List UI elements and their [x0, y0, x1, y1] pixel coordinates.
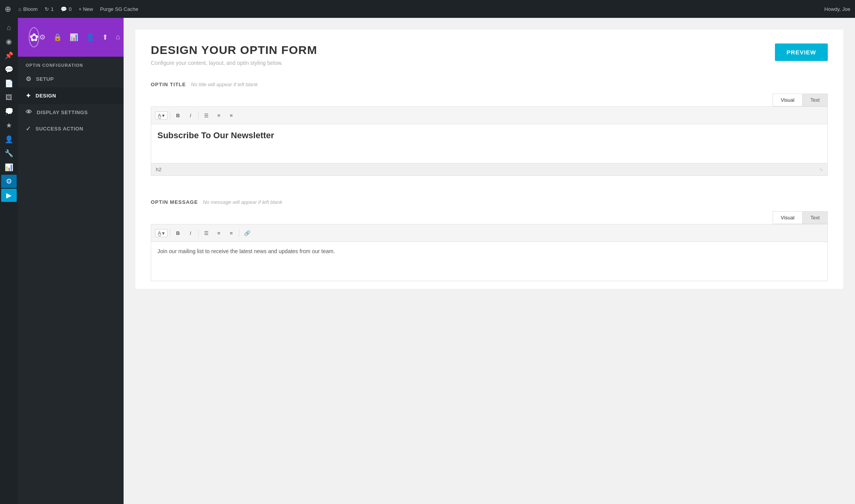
sidebar-item-pages[interactable]: 📄	[1, 77, 17, 90]
plugin-nav: OPTIN CONFIGURATION ⚙ SETUP ✦ DESIGN 👁 D…	[18, 57, 124, 504]
settings-icon[interactable]: ⚙	[39, 33, 45, 42]
optin-title-toolbar: A̲ ▾ B I ☰ ≡ ≡	[151, 107, 827, 124]
preview-button[interactable]: PREVIEW	[775, 43, 828, 61]
updates-link[interactable]: ↻ 1	[45, 6, 54, 12]
sidebar-item-play[interactable]: ▶	[1, 189, 17, 202]
align-left-button-message[interactable]: ☰	[201, 228, 212, 238]
align-center-button-title[interactable]: ≡	[213, 110, 224, 121]
toolbar-separator-5	[239, 229, 239, 237]
wp-logo-icon[interactable]: ⊕	[5, 4, 11, 14]
tab-text-title[interactable]: Text	[802, 94, 828, 106]
home-icon: ⌂	[18, 6, 21, 12]
page-header-text: DESIGN YOUR OPTIN FORM Configure your co…	[151, 43, 317, 66]
optin-title-label: OPTIN TITLE No title will appear if left…	[151, 82, 828, 87]
toolbar-separator-3	[170, 229, 170, 237]
site-name-link[interactable]: ⌂ Bloom	[18, 6, 38, 12]
content-card: DESIGN YOUR OPTIN FORM Configure your co…	[135, 30, 843, 289]
optin-title-body[interactable]: Subscribe To Our Newsletter	[151, 124, 827, 163]
sidebar-item-tools[interactable]: 🔧	[1, 147, 17, 160]
admin-bar: ⊕ ⌂ Bloom ↻ 1 💬 0 + New Purge SG Cache H…	[0, 0, 855, 18]
toolbar-separator-4	[198, 229, 199, 237]
nav-label-display-settings: DISPLAY SETTINGS	[37, 109, 88, 115]
sidebar-item-speech[interactable]: 💭	[1, 105, 17, 118]
nav-item-display-settings[interactable]: 👁 DISPLAY SETTINGS	[18, 104, 124, 120]
page-subtitle: Configure your content, layout, and opti…	[151, 60, 317, 66]
lock-icon[interactable]: 🔒	[53, 33, 62, 42]
home-icon[interactable]: ⌂	[116, 33, 120, 42]
sidebar-item-user[interactable]: 👤	[1, 133, 17, 146]
sidebar-item-comments[interactable]: 💬	[1, 63, 17, 76]
bloom-logo-icon: ✿	[30, 31, 38, 44]
sidebar-item-settings[interactable]: ⚙	[1, 175, 17, 188]
optin-message-tabs: Visual Text	[151, 211, 828, 224]
bold-button-title[interactable]: B	[173, 110, 183, 121]
dropdown-arrow-icon: ▾	[162, 113, 165, 118]
format-a-icon: A̲	[158, 113, 161, 118]
upload-icon[interactable]: ⬆	[102, 33, 108, 42]
optin-message-section: OPTIN MESSAGE No message will appear if …	[135, 191, 843, 289]
nav-label-setup: SETUP	[36, 76, 54, 82]
nav-label-design: DESIGN	[36, 93, 56, 99]
page-header: DESIGN YOUR OPTIN FORM Configure your co…	[135, 30, 843, 74]
optin-title-hint: No title will appear if left blank	[191, 82, 258, 87]
align-left-button-title[interactable]: ☰	[201, 110, 212, 121]
align-right-button-message[interactable]: ≡	[226, 228, 237, 238]
toolbar-separator-1	[170, 111, 170, 119]
howdy-text: Howdy, Joe	[824, 6, 850, 12]
optin-message-editor: A̲ ▾ B I ☰ ≡ ≡ 🔗 Join our m	[151, 224, 828, 281]
design-icon: ✦	[26, 92, 31, 99]
success-icon: ✓	[26, 125, 31, 132]
plugin-sidebar: ✿ ⚙ 🔒 📊 👤 ⬆ ⌂ OPTIN CONFIGURATION ⚙ SETU…	[18, 18, 124, 504]
format-dropdown-title[interactable]: A̲ ▾	[155, 111, 168, 120]
resize-handle-icon[interactable]: ⤡	[820, 167, 823, 172]
optin-message-toolbar: A̲ ▾ B I ☰ ≡ ≡ 🔗	[151, 224, 827, 242]
nav-item-setup[interactable]: ⚙ SETUP	[18, 71, 124, 87]
page-title: DESIGN YOUR OPTIN FORM	[151, 43, 317, 57]
optin-title-text: Subscribe To Our Newsletter	[157, 130, 821, 141]
optin-message-body[interactable]: Join our mailing list to receive the lat…	[151, 242, 827, 281]
nav-item-success-action[interactable]: ✓ SUCCESS ACTION	[18, 120, 124, 137]
nav-label-success-action: SUCCESS ACTION	[36, 126, 84, 132]
main-content: DESIGN YOUR OPTIN FORM Configure your co…	[124, 18, 855, 504]
align-center-button-message[interactable]: ≡	[213, 228, 224, 238]
sidebar-item-stats[interactable]: 📊	[1, 161, 17, 174]
optin-title-editor: A̲ ▾ B I ☰ ≡ ≡ Subscribe To Our Newslett…	[151, 106, 828, 176]
sidebar-item-media[interactable]: 🖼	[1, 91, 17, 104]
section-divider	[135, 184, 843, 191]
new-link[interactable]: + New	[79, 6, 93, 12]
sidebar-item-home[interactable]: ⌂	[1, 21, 17, 34]
optin-message-hint: No message will appear if left blank	[203, 199, 283, 205]
person-icon[interactable]: 👤	[86, 33, 94, 42]
toolbar-separator-2	[198, 111, 199, 119]
optin-title-tabs: Visual Text	[151, 94, 828, 106]
setup-icon: ⚙	[26, 75, 31, 83]
format-a-icon-msg: A̲	[158, 230, 161, 236]
nav-section-label: OPTIN CONFIGURATION	[18, 57, 124, 71]
updates-icon: ↻	[45, 6, 49, 12]
sidebar-item-pin[interactable]: 📌	[1, 49, 17, 62]
sidebar-item-star[interactable]: ★	[1, 119, 17, 132]
purge-cache-link[interactable]: Purge SG Cache	[100, 6, 138, 12]
italic-button-title[interactable]: I	[185, 110, 196, 121]
tab-text-message[interactable]: Text	[802, 211, 828, 224]
bold-button-message[interactable]: B	[173, 228, 183, 238]
display-icon: 👁	[26, 109, 32, 116]
format-dropdown-message[interactable]: A̲ ▾	[155, 229, 168, 237]
italic-button-message[interactable]: I	[185, 228, 196, 238]
nav-item-design[interactable]: ✦ DESIGN	[18, 87, 124, 104]
link-button-message[interactable]: 🔗	[242, 228, 253, 238]
dropdown-arrow-icon-msg: ▾	[162, 230, 165, 236]
wp-sidebar: ⌂ ◉ 📌 💬 📄 🖼 💭 ★ 👤 🔧 📊 ⚙ ▶	[0, 18, 18, 504]
sidebar-item-activity[interactable]: ◉	[1, 35, 17, 48]
optin-title-section: OPTIN TITLE No title will appear if left…	[135, 74, 843, 184]
optin-title-footer: h2 ⤡	[151, 163, 827, 176]
optin-message-text: Join our mailing list to receive the lat…	[157, 248, 821, 254]
comments-link[interactable]: 💬 0	[61, 6, 72, 12]
tab-visual-message[interactable]: Visual	[773, 211, 802, 224]
main-layout: ⌂ ◉ 📌 💬 📄 🖼 💭 ★ 👤 🔧 📊 ⚙ ▶ ✿ ⚙ 🔒 📊 👤 ⬆ ⌂	[0, 18, 855, 504]
chart-icon[interactable]: 📊	[70, 33, 78, 42]
align-right-button-title[interactable]: ≡	[226, 110, 237, 121]
plugin-header: ✿ ⚙ 🔒 📊 👤 ⬆ ⌂	[18, 18, 124, 57]
comments-icon: 💬	[61, 6, 67, 12]
tab-visual-title[interactable]: Visual	[773, 94, 802, 106]
